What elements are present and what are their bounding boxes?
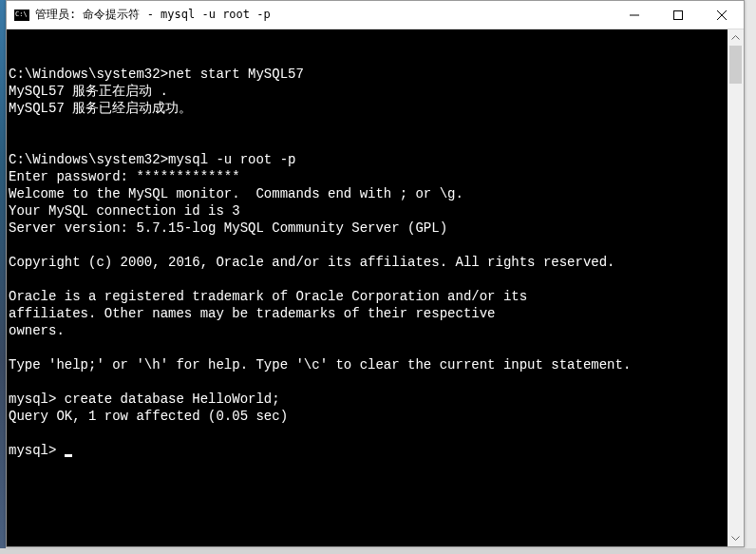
svg-rect-0 (674, 10, 683, 19)
terminal-container: C:\Windows\system32>net start MySQL57 My… (7, 29, 744, 546)
chevron-up-icon (731, 35, 740, 40)
titlebar[interactable]: 管理员: 命令提示符 - mysql -u root -p (7, 1, 744, 29)
cursor (65, 454, 72, 457)
scrollbar-thumb[interactable] (729, 46, 742, 84)
minimize-icon (630, 10, 639, 20)
maximize-icon (673, 10, 683, 20)
close-button[interactable] (700, 1, 744, 29)
cmd-window: 管理员: 命令提示符 - mysql -u root -p C:\Windows… (6, 0, 745, 547)
window-controls (613, 1, 744, 29)
scrollbar[interactable] (728, 29, 744, 546)
maximize-button[interactable] (656, 1, 700, 29)
close-icon (717, 10, 727, 20)
minimize-button[interactable] (613, 1, 656, 29)
cmd-icon (14, 10, 29, 21)
scroll-down-button[interactable] (728, 530, 744, 546)
chevron-down-icon (731, 536, 740, 541)
terminal-output[interactable]: C:\Windows\system32>net start MySQL57 My… (7, 29, 728, 546)
scroll-up-button[interactable] (728, 29, 744, 46)
window-title: 管理员: 命令提示符 - mysql -u root -p (35, 7, 613, 23)
bottom-strip (0, 548, 756, 554)
